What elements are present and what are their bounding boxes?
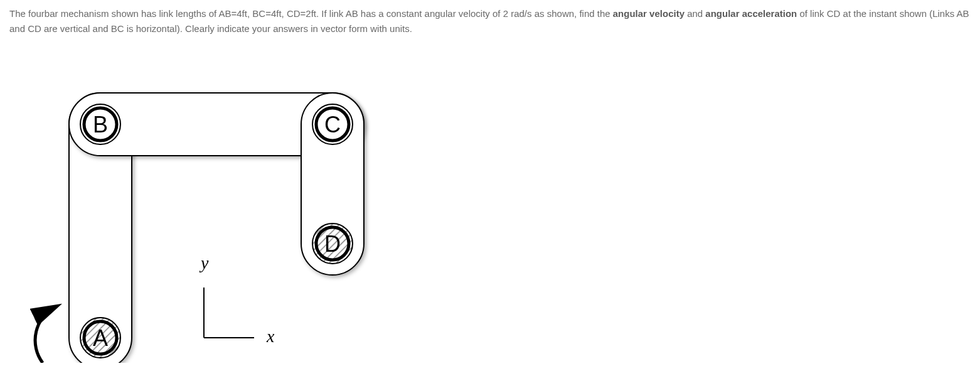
question-part1: The fourbar mechanism shown has link len… <box>9 8 613 19</box>
coordinate-axes: y x <box>199 253 275 346</box>
joint-a: A <box>80 318 120 358</box>
diagram-svg: B C A D y x <box>25 55 402 363</box>
x-axis-label: x <box>266 326 275 346</box>
question-part2: and <box>684 8 705 19</box>
mechanism-diagram: B C A D y x <box>25 55 402 363</box>
question-text: The fourbar mechanism shown has link len… <box>9 6 971 36</box>
question-bold2: angular acceleration <box>705 8 797 19</box>
rotation-arrow-icon <box>35 306 56 363</box>
joint-c-label: C <box>324 112 341 137</box>
joint-a-label: A <box>93 325 108 351</box>
joint-b: B <box>80 104 120 144</box>
joint-c: C <box>312 104 353 144</box>
joint-d: D <box>312 223 353 264</box>
y-axis-label: y <box>199 253 209 272</box>
question-bold1: angular velocity <box>613 8 684 19</box>
joint-d-label: D <box>324 231 341 257</box>
joint-b-label: B <box>93 112 108 137</box>
